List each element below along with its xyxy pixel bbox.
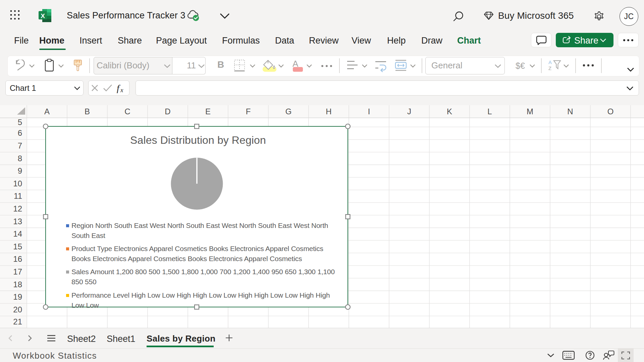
svg-text:X: X (41, 12, 45, 19)
svg-text:A: A (548, 59, 552, 65)
svg-text:x: x (120, 86, 123, 93)
svg-text:Z: Z (548, 65, 551, 71)
svg-text:f: f (117, 83, 120, 93)
